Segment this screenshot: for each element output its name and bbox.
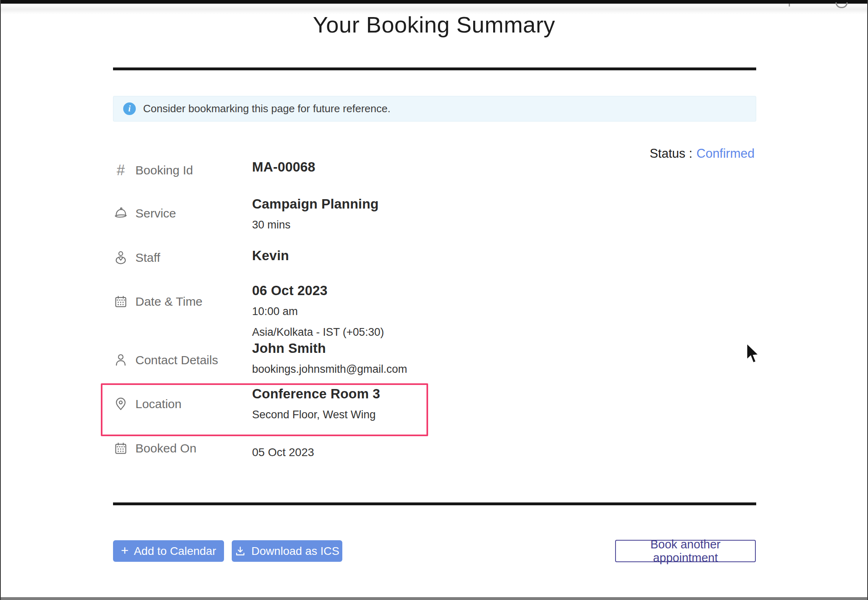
bottom-divider [113,502,756,505]
window-top-edge [1,0,867,4]
location-value: Conference Room 3 Second Floor, West Win… [252,386,380,422]
hash-icon: # [113,162,128,179]
location-label: Location [113,397,181,411]
date-time-label: Date & Time [113,294,202,309]
booking-id-label: # Booking Id [113,162,193,179]
staff-icon [113,250,128,265]
booking-summary-window: Your Booking Summary i Consider bookmark… [0,0,868,600]
info-icon: i [123,102,136,115]
service-label: Service [113,206,176,221]
status-value: Confirmed [696,146,755,161]
service-icon [113,206,128,221]
download-ics-button[interactable]: Download as ICS [232,540,342,562]
info-banner: i Consider bookmarking this page for fut… [113,96,756,122]
page-title: Your Booking Summary [1,11,867,38]
booked-on-label: Booked On [113,441,196,456]
staff-value: Kevin [252,248,289,263]
contact-details-label: Contact Details [113,353,218,367]
window-bottom-edge [1,597,867,600]
service-value: Campaign Planning 30 mins [252,196,379,233]
contact-details-value: John Smith bookings.johnsmith@gmail.com [252,341,407,377]
book-another-appointment-button[interactable]: Book another appointment [615,540,756,562]
download-icon [235,546,246,557]
location-pin-icon [113,397,128,411]
date-time-value: 06 Oct 2023 10:00 am Asia/Kolkata - IST … [252,283,384,340]
top-divider [113,67,756,70]
status-label: Status : [650,146,692,161]
booking-id-value: MA-00068 [252,159,315,175]
staff-label: Staff [113,250,160,265]
person-icon [113,353,128,367]
booked-on-value: 05 Oct 2023 [252,441,314,461]
info-banner-text: Consider bookmarking this page for futur… [143,102,390,115]
calendar-icon [113,294,128,309]
calendar-icon [113,441,128,456]
booking-status: Status :Confirmed [650,146,755,161]
plus-icon: + [121,544,128,557]
clipped-toolbar-fragment [789,4,790,7]
add-to-calendar-button[interactable]: + Add to Calendar [113,540,224,562]
mouse-cursor [745,343,761,365]
